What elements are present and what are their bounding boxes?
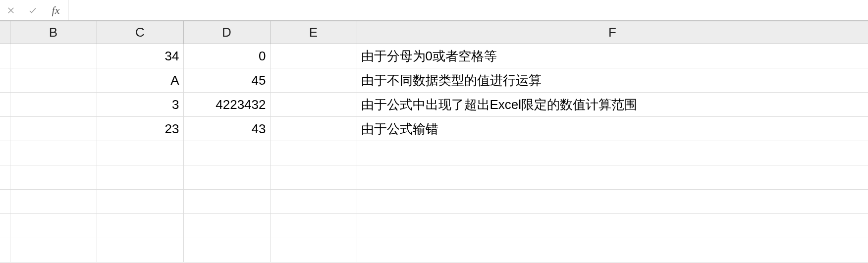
column-header-E[interactable]: E <box>270 21 357 44</box>
cell-C[interactable]: 3 <box>97 93 183 117</box>
formula-bar: fx <box>0 0 868 21</box>
spreadsheet-grid[interactable]: B C D E F 34 0 由于分母为0或者空格等 A 45 <box>0 21 868 263</box>
cell-C[interactable] <box>97 238 183 263</box>
fx-text: fx <box>52 4 60 17</box>
row-stub <box>0 68 10 93</box>
table-row[interactable] <box>0 214 868 238</box>
table-row[interactable]: 3 4223432 由于公式中出现了超出Excel限定的数值计算范围 <box>0 93 868 117</box>
cell-C[interactable] <box>97 214 183 238</box>
cell-E[interactable] <box>270 190 357 214</box>
cell-C[interactable]: A <box>97 68 183 93</box>
cell-C[interactable] <box>97 190 183 214</box>
row-stub <box>0 141 10 165</box>
row-stub <box>0 214 10 238</box>
cell-D[interactable]: 43 <box>183 117 270 141</box>
row-stub <box>0 238 10 263</box>
row-stub <box>0 93 10 117</box>
cell-F[interactable]: 由于公式中出现了超出Excel限定的数值计算范围 <box>357 93 868 117</box>
cell-F[interactable]: 由于分母为0或者空格等 <box>357 44 868 68</box>
row-stub <box>0 44 10 68</box>
cell-F[interactable] <box>357 190 868 214</box>
formula-input[interactable] <box>72 0 868 20</box>
cell-D[interactable]: 4223432 <box>183 93 270 117</box>
table-row[interactable] <box>0 190 868 214</box>
column-header-F[interactable]: F <box>357 21 868 44</box>
confirm-icon[interactable] <box>22 0 44 20</box>
cell-B[interactable] <box>10 214 97 238</box>
cell-E[interactable] <box>270 68 357 93</box>
column-header-D[interactable]: D <box>183 21 270 44</box>
cell-B[interactable] <box>10 238 97 263</box>
cell-B[interactable] <box>10 93 97 117</box>
row-stub <box>0 117 10 141</box>
cell-D[interactable] <box>183 190 270 214</box>
cell-E[interactable] <box>270 238 357 263</box>
cell-D[interactable]: 0 <box>183 44 270 68</box>
column-header-row: B C D E F <box>0 21 868 44</box>
cell-F[interactable] <box>357 165 868 190</box>
cell-B[interactable] <box>10 165 97 190</box>
cell-E[interactable] <box>270 214 357 238</box>
cell-E[interactable] <box>270 117 357 141</box>
column-header-C[interactable]: C <box>97 21 183 44</box>
table-row[interactable]: A 45 由于不同数据类型的值进行运算 <box>0 68 868 93</box>
cell-E[interactable] <box>270 165 357 190</box>
cell-B[interactable] <box>10 117 97 141</box>
column-header-B[interactable]: B <box>10 21 97 44</box>
cell-B[interactable] <box>10 44 97 68</box>
cell-E[interactable] <box>270 44 357 68</box>
table-row[interactable] <box>0 165 868 190</box>
cell-C[interactable]: 23 <box>97 117 183 141</box>
cell-C[interactable] <box>97 165 183 190</box>
cell-E[interactable] <box>270 93 357 117</box>
header-stub[interactable] <box>0 21 10 44</box>
fx-label[interactable]: fx <box>44 0 68 20</box>
cell-D[interactable] <box>183 141 270 165</box>
cell-F[interactable] <box>357 238 868 263</box>
row-stub <box>0 190 10 214</box>
cell-F[interactable]: 由于不同数据类型的值进行运算 <box>357 68 868 93</box>
cell-F[interactable] <box>357 141 868 165</box>
cell-D[interactable] <box>183 214 270 238</box>
row-stub <box>0 165 10 190</box>
cell-C[interactable] <box>97 141 183 165</box>
cell-B[interactable] <box>10 68 97 93</box>
cell-E[interactable] <box>270 141 357 165</box>
table-row[interactable]: 34 0 由于分母为0或者空格等 <box>0 44 868 68</box>
cell-F[interactable] <box>357 214 868 238</box>
cell-F[interactable]: 由于公式输错 <box>357 117 868 141</box>
table-row[interactable]: 23 43 由于公式输错 <box>0 117 868 141</box>
table-row[interactable] <box>0 238 868 263</box>
cell-D[interactable] <box>183 238 270 263</box>
cell-D[interactable] <box>183 165 270 190</box>
cell-D[interactable]: 45 <box>183 68 270 93</box>
table-row[interactable] <box>0 141 868 165</box>
cell-B[interactable] <box>10 190 97 214</box>
cell-C[interactable]: 34 <box>97 44 183 68</box>
cancel-icon[interactable] <box>0 0 22 20</box>
cell-B[interactable] <box>10 141 97 165</box>
